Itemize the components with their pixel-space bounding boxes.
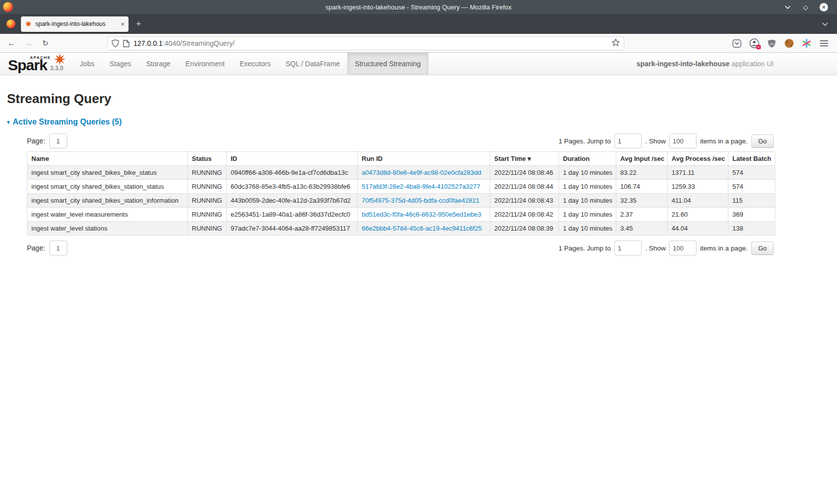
tab-strip: spark-ingest-into-lakehous × + — [0, 14, 837, 34]
column-header[interactable]: Duration — [559, 152, 616, 166]
browser-tab[interactable]: spark-ingest-into-lakehous × — [21, 16, 129, 32]
account-error-badge: × — [756, 45, 761, 49]
show-text: . Show — [645, 137, 666, 145]
menu-icon[interactable] — [818, 37, 830, 49]
minimize-button[interactable] — [784, 3, 792, 11]
cell-avg-input: 2.37 — [616, 208, 668, 222]
cell-run-id: bd51ed3c-f0fa-46c6-8632-950e5ed1ebe3 — [358, 208, 490, 222]
cell-id: e2563451-1a89-40a1-a86f-36d37d2ecfc0 — [227, 208, 358, 222]
run-id-link[interactable]: a0473d8d-80e6-4e9f-ac98-02e0cfa283dd — [362, 169, 481, 176]
application-ui-label: spark-ingest-into-lakehouse application … — [637, 53, 837, 75]
page-number-input[interactable] — [49, 241, 67, 255]
page-number-input[interactable] — [49, 133, 67, 148]
active-queries-section: Page: 1 Pages. Jump to . Show items in a… — [27, 132, 774, 256]
ublock-shield-icon[interactable]: uO — [766, 37, 778, 49]
nav-item-structured-streaming[interactable]: Structured Streaming — [347, 53, 428, 75]
new-tab-button[interactable]: + — [132, 17, 145, 31]
cell-id: 60dc3768-85e3-4fb5-a13c-63b29938bfe6 — [227, 180, 358, 194]
cookie-icon[interactable] — [783, 37, 795, 49]
column-header[interactable]: Run ID — [358, 152, 490, 166]
forward-button[interactable]: → — [22, 37, 35, 50]
list-all-tabs-button[interactable] — [819, 18, 831, 30]
column-header[interactable]: Latest Batch — [728, 152, 775, 166]
table-header-row: NameStatusIDRun IDStart Time ▾DurationAv… — [27, 152, 775, 166]
run-id-link[interactable]: 66e2bbb4-5784-45c6-ac19-4ec9411c6f25 — [362, 225, 482, 232]
nav-item-executors[interactable]: Executors — [232, 53, 278, 75]
jump-to-input[interactable] — [614, 241, 642, 255]
page-label: Page: — [27, 137, 45, 145]
table-row: ingest smart_city shared_bikes_bike_stat… — [27, 166, 775, 180]
cell-avg-process: 1259.33 — [668, 180, 728, 194]
cell-latest-batch: 138 — [728, 222, 775, 236]
pagination-top: Page: 1 Pages. Jump to . Show items in a… — [27, 132, 774, 149]
nav-item-sql-dataframe[interactable]: SQL / DataFrame — [278, 53, 347, 75]
spark-favicon-icon — [25, 20, 32, 27]
browser-toolbar: ← → ↻ 127.0.0.1:4040/StreamingQuery/ × u… — [0, 34, 837, 53]
cell-status: RUNNING — [188, 208, 227, 222]
reload-button[interactable]: ↻ — [39, 37, 52, 50]
collapse-arrow-icon: ▾ — [7, 119, 10, 126]
firefox-view-button[interactable] — [4, 17, 18, 31]
active-queries-section-toggle[interactable]: ▾ Active Streaming Queries (5) — [7, 118, 774, 126]
cell-run-id: a0473d8d-80e6-4e9f-ac98-02e0cfa283dd — [358, 166, 490, 180]
cell-avg-process: 21.60 — [668, 208, 728, 222]
cell-start-time: 2022/11/24 08:08:46 — [490, 166, 559, 180]
window-title: spark-ingest-into-lakehouse - Streaming … — [0, 3, 837, 11]
account-icon[interactable]: × — [748, 37, 760, 49]
cell-name: ingest water_level measurements — [27, 208, 188, 222]
go-button[interactable]: Go — [751, 134, 774, 148]
url-bar[interactable]: 127.0.0.1:4040/StreamingQuery/ — [107, 36, 624, 50]
go-button[interactable]: Go — [751, 242, 774, 255]
cell-duration: 1 day 10 minutes — [559, 166, 616, 180]
column-header[interactable]: Name — [27, 152, 188, 166]
url-path: :4040/StreamingQuery/ — [162, 39, 235, 47]
cell-avg-process: 1371.11 — [668, 166, 728, 180]
page-info-icon[interactable] — [123, 40, 130, 47]
spark-logo[interactable]: APACHE Spark 3.3.0 — [0, 53, 72, 75]
items-in-page-text: items in a page. — [700, 245, 747, 252]
cell-start-time: 2022/11/24 08:08:39 — [490, 222, 559, 236]
cell-name: ingest smart_city shared_bikes_bike_stat… — [27, 166, 188, 180]
run-id-link[interactable]: 517afd3f-28e2-4ba8-9fe4-4102527a3277 — [362, 183, 480, 190]
cell-start-time: 2022/11/24 08:08:42 — [490, 208, 559, 222]
close-button[interactable]: × — [820, 3, 828, 11]
table-row: ingest smart_city shared_bikes_station_s… — [27, 180, 775, 194]
maximize-button[interactable]: ◇ — [802, 3, 810, 11]
nav-item-environment[interactable]: Environment — [178, 53, 232, 75]
spark-navbar: APACHE Spark 3.3.0 JobsStagesStorageEnvi… — [0, 53, 837, 75]
tab-close-icon[interactable]: × — [118, 20, 125, 28]
cell-name: ingest smart_city shared_bikes_station_i… — [27, 194, 188, 208]
cell-latest-batch: 115 — [728, 194, 775, 208]
column-header[interactable]: Avg Process /sec — [668, 152, 728, 166]
url-text[interactable]: 127.0.0.1:4040/StreamingQuery/ — [134, 39, 612, 47]
cell-name: ingest water_level stations — [27, 222, 188, 236]
column-header[interactable]: Start Time ▾ — [490, 152, 559, 166]
run-id-link[interactable]: 70f54975-375d-4d05-bdfa-ccd0fae42821 — [362, 197, 479, 204]
pocket-icon[interactable] — [731, 37, 743, 49]
page-title: Streaming Query — [7, 91, 774, 107]
pages-count-text: 1 Pages. Jump to — [558, 137, 611, 145]
cell-latest-batch: 574 — [728, 180, 775, 194]
run-id-link[interactable]: bd51ed3c-f0fa-46c6-8632-950e5ed1ebe3 — [362, 211, 481, 218]
cell-status: RUNNING — [188, 194, 227, 208]
pagination-bottom: Page: 1 Pages. Jump to . Show items in a… — [27, 240, 774, 256]
cell-id: 443b0059-2dec-40fe-a12d-2a393f7b67d2 — [227, 194, 358, 208]
bookmark-star-icon[interactable] — [612, 38, 620, 48]
column-header[interactable]: Avg Input /sec — [616, 152, 668, 166]
chevron-down-icon — [822, 22, 828, 26]
nav-item-stages[interactable]: Stages — [102, 53, 139, 75]
page-label: Page: — [27, 244, 45, 252]
column-header[interactable]: ID — [227, 152, 358, 166]
cell-run-id: 517afd3f-28e2-4ba8-9fe4-4102527a3277 — [358, 180, 490, 194]
show-count-input[interactable] — [669, 241, 697, 255]
extension-asterisk-icon[interactable] — [801, 37, 813, 49]
jump-to-input[interactable] — [614, 133, 642, 148]
nav-item-storage[interactable]: Storage — [139, 53, 178, 75]
shield-icon[interactable] — [112, 39, 119, 47]
back-button[interactable]: ← — [5, 37, 18, 50]
show-count-input[interactable] — [669, 133, 697, 148]
nav-item-jobs[interactable]: Jobs — [72, 53, 102, 75]
application-name: spark-ingest-into-lakehouse — [637, 60, 730, 68]
cell-run-id: 70f54975-375d-4d05-bdfa-ccd0fae42821 — [358, 194, 490, 208]
column-header[interactable]: Status — [188, 152, 227, 166]
